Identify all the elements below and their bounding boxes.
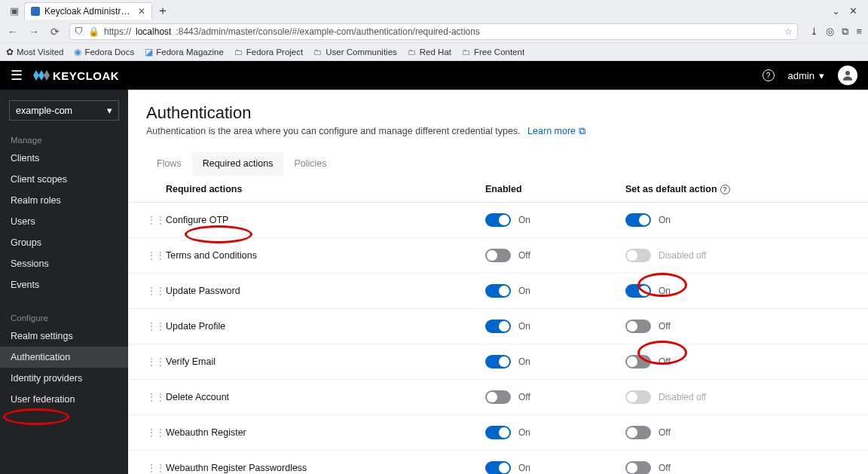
svg-marker-2 (44, 70, 50, 81)
bm-most-visited[interactable]: ✿Most Visited (6, 47, 63, 57)
svg-point-3 (845, 71, 850, 75)
bookmarks-bar: ✿Most Visited ◉Fedora Docs ◪Fedora Magaz… (0, 42, 868, 60)
side-group-configure: Configure (0, 309, 128, 326)
enabled-toggle[interactable] (485, 213, 511, 227)
default-action-toggle[interactable] (625, 355, 651, 368)
default-label: Disabled off (659, 392, 706, 402)
drag-handle-icon[interactable]: ⋮⋮ (146, 249, 161, 261)
enabled-label: On (518, 427, 530, 438)
close-tab-icon[interactable]: ✕ (138, 6, 145, 17)
bookmark-star-icon[interactable]: ☆ (784, 26, 793, 37)
bm-fedora-magazine[interactable]: ◪Fedora Magazine (145, 47, 224, 57)
menu-icon[interactable]: ≡ (856, 26, 862, 38)
enabled-label: On (518, 463, 530, 473)
default-label: Disabled off (659, 250, 706, 261)
default-label: On (659, 215, 671, 225)
table-row: ⋮⋮Terms and ConditionsOffDisabled off (128, 238, 868, 274)
bm-red-hat[interactable]: 🗀Red Hat (408, 47, 451, 57)
tab-required-actions[interactable]: Required actions (192, 152, 284, 176)
enabled-label: On (518, 215, 530, 225)
enabled-toggle[interactable] (485, 461, 511, 474)
browser-chrome: ▣ Keycloak Administration ✕ ＋ ⌄ ✕ ← → ⟳ … (0, 0, 868, 61)
content: Authentication Authentication is the are… (128, 90, 868, 474)
sidebar-item-client-scopes[interactable]: Client scopes (0, 169, 128, 190)
bm-user-communities[interactable]: 🗀User Communities (313, 47, 397, 57)
reload-button[interactable]: ⟳ (48, 26, 62, 38)
extensions-icon[interactable]: ⧉ (842, 26, 848, 38)
tab-flows[interactable]: Flows (146, 152, 192, 176)
chevron-down-icon[interactable]: ⌄ (832, 5, 840, 17)
enabled-toggle[interactable] (485, 284, 511, 298)
enabled-label: On (518, 321, 530, 332)
tab-policies[interactable]: Policies (283, 152, 337, 176)
sidebar-item-groups[interactable]: Groups (0, 232, 128, 253)
sidebar-item-users[interactable]: Users (0, 211, 128, 232)
sidebar-item-user-federation[interactable]: User federation (0, 389, 128, 410)
table-row: ⋮⋮Configure OTPOnOn (128, 203, 868, 238)
help-icon[interactable]: ? (720, 185, 730, 194)
enabled-toggle[interactable] (485, 390, 511, 404)
row-name: Update Password (161, 286, 485, 296)
browser-tab[interactable]: Keycloak Administration ✕ (24, 2, 152, 20)
table-row: ⋮⋮Webauthn RegisterOnOff (128, 415, 868, 451)
enabled-toggle[interactable] (485, 355, 511, 368)
fedora-icon: ◉ (74, 47, 81, 57)
drag-handle-icon[interactable]: ⋮⋮ (146, 427, 161, 439)
bm-fedora-project[interactable]: 🗀Fedora Project (234, 47, 303, 57)
keycloak-logo[interactable]: KEYCLOAK (33, 69, 119, 82)
default-action-toggle[interactable] (625, 320, 651, 333)
default-label: Off (659, 427, 671, 438)
bm-fedora-docs[interactable]: ◉Fedora Docs (74, 47, 134, 57)
svg-marker-1 (38, 70, 44, 81)
sidebar-item-identity-providers[interactable]: Identity providers (0, 368, 128, 389)
drag-handle-icon[interactable]: ⋮⋮ (146, 462, 161, 474)
user-dropdown[interactable]: admin ▾ (788, 70, 824, 81)
learn-more-link[interactable]: Learn more ⧉ (527, 126, 585, 136)
default-action-toggle (625, 249, 651, 262)
forward-button[interactable]: → (27, 26, 41, 38)
sidebar-item-realm-roles[interactable]: Realm roles (0, 190, 128, 211)
enabled-label: On (518, 286, 530, 296)
drag-handle-icon[interactable]: ⋮⋮ (146, 320, 161, 332)
drag-handle-icon[interactable]: ⋮⋮ (146, 285, 161, 297)
default-label: On (659, 286, 671, 296)
sidebar-item-events[interactable]: Events (0, 274, 128, 295)
new-tab-button[interactable]: ＋ (157, 5, 169, 17)
table-row: ⋮⋮Webauthn Register PasswordlessOnOff (128, 451, 868, 474)
sidebar-item-realm-settings[interactable]: Realm settings (0, 326, 128, 347)
bm-free-content[interactable]: 🗀Free Content (462, 47, 524, 57)
enabled-toggle[interactable] (485, 426, 511, 439)
default-action-toggle (625, 390, 651, 404)
side-group-manage: Manage (0, 131, 128, 148)
drag-handle-icon[interactable]: ⋮⋮ (146, 356, 161, 368)
drag-handle-icon[interactable]: ⋮⋮ (146, 214, 161, 226)
tab-strip: ▣ Keycloak Administration ✕ ＋ ⌄ ✕ (0, 0, 868, 21)
avatar[interactable] (838, 66, 857, 85)
sidebar-item-authentication[interactable]: Authentication (0, 347, 128, 368)
app-bar: ☰ KEYCLOAK ? admin ▾ (0, 61, 868, 90)
enabled-label: Off (518, 250, 530, 261)
sidebar: example-com ▾ Manage Clients Client scop… (0, 90, 128, 474)
account-icon[interactable]: ◎ (826, 26, 834, 38)
default-action-toggle[interactable] (625, 213, 651, 227)
default-action-toggle[interactable] (625, 426, 651, 439)
help-icon[interactable]: ? (763, 69, 775, 81)
page-header: Authentication Authentication is the are… (128, 103, 868, 145)
default-action-toggle[interactable] (625, 284, 651, 298)
drag-handle-icon[interactable]: ⋮⋮ (146, 391, 161, 403)
enabled-toggle[interactable] (485, 320, 511, 333)
caret-down-icon: ▾ (819, 70, 824, 81)
url-bar[interactable]: ⛉ 🔒 https://localhost:8443/admin/master/… (69, 23, 798, 40)
close-window-icon[interactable]: ✕ (849, 5, 857, 17)
download-icon[interactable]: ⤓ (810, 26, 818, 38)
th-enabled: Enabled (485, 184, 625, 194)
default-action-toggle[interactable] (625, 461, 651, 474)
hamburger-icon[interactable]: ☰ (11, 67, 23, 84)
sidebar-item-clients[interactable]: Clients (0, 148, 128, 169)
enabled-toggle[interactable] (485, 249, 511, 262)
sidebar-item-sessions[interactable]: Sessions (0, 253, 128, 274)
brand-text: KEYCLOAK (53, 69, 119, 82)
realm-selector[interactable]: example-com ▾ (9, 100, 119, 121)
back-button[interactable]: ← (6, 26, 20, 38)
th-default: Set as default action ? (625, 184, 850, 194)
